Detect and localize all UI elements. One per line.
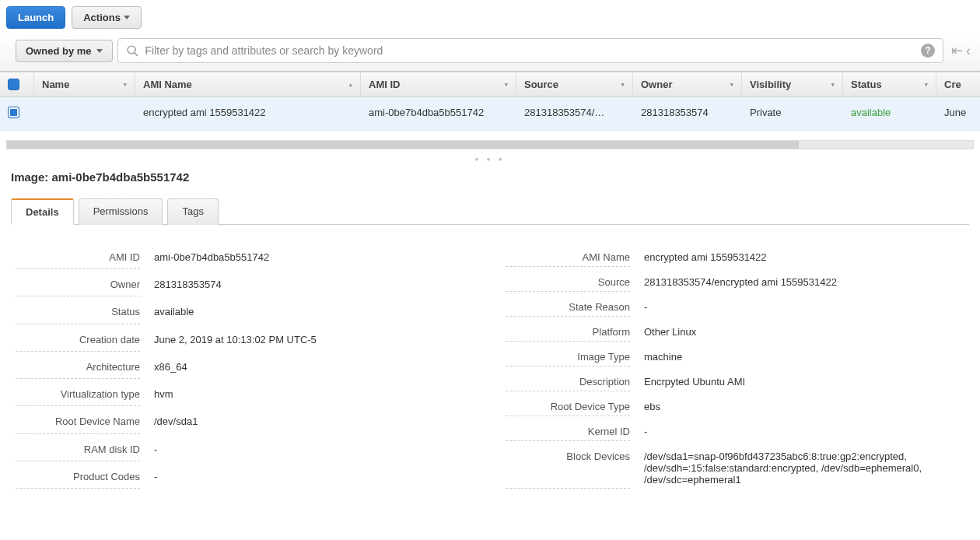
column-visibility[interactable]: Visibility▾: [742, 72, 843, 96]
label-architecture: Architecture: [16, 358, 140, 379]
sort-asc-icon: ▴: [349, 82, 352, 87]
page-first-icon[interactable]: ⇤: [951, 42, 963, 59]
sort-icon: ▾: [124, 82, 127, 87]
resize-handle-icon[interactable]: ● ● ●: [0, 154, 980, 164]
cell-name: [34, 97, 135, 130]
label-image-type: Image Type: [506, 348, 630, 366]
value-description: Encrpyted Ubuntu AMI: [644, 373, 964, 391]
value-virtualization-type: hvm: [154, 385, 474, 406]
details-left-column: AMI IDami-0be7b4dba5b551742 Owner2813183…: [16, 248, 474, 489]
sort-icon: ▾: [831, 82, 835, 87]
tab-details[interactable]: Details: [11, 198, 74, 225]
svg-point-0: [128, 46, 135, 54]
label-description: Description: [506, 373, 630, 391]
actions-button[interactable]: Actions: [72, 6, 142, 29]
column-status[interactable]: Status▾: [843, 72, 936, 96]
search-icon: [126, 44, 139, 58]
value-block-devices: /dev/sda1=snap-0f96bfd437235abc6:8:true:…: [644, 447, 964, 489]
column-checkbox[interactable]: [0, 72, 34, 96]
help-icon[interactable]: ?: [921, 44, 935, 58]
search-input[interactable]: [145, 44, 915, 57]
label-block-devices: Block Devices: [506, 447, 630, 489]
cell-ami-name: encrypted ami 1559531422: [135, 97, 361, 130]
column-source[interactable]: Source▾: [516, 72, 633, 96]
value-status: available: [154, 303, 474, 324]
label-platform: Platform: [506, 323, 630, 342]
sort-icon: ▾: [730, 82, 733, 87]
cell-ami-id: ami-0be7b4dba5b551742: [361, 97, 516, 130]
search-container: ?: [117, 38, 943, 63]
label-virtualization-type: Virtualization type: [16, 385, 140, 406]
sort-icon: ▾: [925, 82, 928, 87]
column-owner[interactable]: Owner▾: [633, 72, 742, 96]
value-platform: Other Linux: [644, 323, 964, 342]
label-product-codes: Product Codes: [16, 468, 140, 489]
label-ami-name: AMI Name: [506, 248, 630, 267]
column-creation[interactable]: Cre: [936, 72, 980, 96]
tabs: Details Permissions Tags: [11, 198, 969, 225]
tab-permissions[interactable]: Permissions: [79, 198, 163, 225]
column-name[interactable]: Name▾: [34, 72, 135, 96]
page-prev-icon[interactable]: ‹: [966, 43, 971, 59]
label-root-device-name: Root Device Name: [16, 412, 140, 433]
scrollbar-thumb[interactable]: [7, 141, 799, 149]
cell-source: 281318353574/…: [516, 97, 633, 130]
details-right-column: AMI Nameencrypted ami 1559531422 Source2…: [506, 248, 964, 489]
cell-visibility: Private: [742, 97, 843, 130]
label-root-device-type: Root Device Type: [506, 398, 630, 416]
value-architecture: x86_64: [154, 358, 474, 379]
pager: ⇤ ‹: [948, 42, 974, 59]
table-header: Name▾ AMI Name▴ AMI ID▾ Source▾ Owner▾ V…: [0, 72, 980, 97]
select-all-checkbox[interactable]: [8, 79, 19, 90]
sort-icon: ▾: [621, 82, 625, 87]
label-state-reason: State Reason: [506, 298, 630, 317]
table-row[interactable]: encrypted ami 1559531422 ami-0be7b4dba5b…: [0, 97, 980, 131]
details-body: AMI IDami-0be7b4dba5b551742 Owner2813183…: [0, 225, 980, 512]
label-kernel-id: Kernel ID: [506, 423, 630, 441]
sort-icon: ▾: [505, 82, 508, 87]
chevron-down-icon: [96, 49, 103, 53]
cell-creation: June: [936, 97, 980, 130]
label-ram-disk-id: RAM disk ID: [16, 440, 140, 461]
value-product-codes: -: [154, 468, 474, 489]
value-ami-id: ami-0be7b4dba5b551742: [154, 248, 474, 269]
filter-bar: Owned by me ? ⇤ ‹: [0, 35, 980, 72]
value-ram-disk-id: -: [154, 440, 474, 461]
label-status: Status: [16, 303, 140, 324]
horizontal-scrollbar[interactable]: [6, 140, 974, 149]
value-creation-date: June 2, 2019 at 10:13:02 PM UTC-5: [154, 331, 474, 352]
column-ami-id[interactable]: AMI ID▾: [361, 72, 516, 96]
value-ami-name: encrypted ami 1559531422: [644, 248, 964, 267]
svg-line-1: [134, 52, 137, 55]
value-image-type: machine: [644, 348, 964, 366]
label-owner: Owner: [16, 275, 140, 296]
details-title: Image: ami-0be7b4dba5b551742: [0, 164, 980, 190]
owned-by-dropdown[interactable]: Owned by me: [16, 40, 113, 62]
value-source: 281318353574/encrypted ami 1559531422: [644, 273, 964, 292]
row-checkbox-cell: [0, 97, 34, 130]
launch-button[interactable]: Launch: [6, 6, 65, 29]
value-root-device-name: /dev/sda1: [154, 412, 474, 433]
value-kernel-id: -: [644, 423, 964, 441]
owned-by-label: Owned by me: [26, 45, 92, 57]
value-root-device-type: ebs: [644, 398, 964, 416]
cell-status: available: [843, 97, 936, 130]
label-ami-id: AMI ID: [16, 248, 140, 269]
toolbar: Launch Actions: [0, 0, 980, 35]
chevron-down-icon: [124, 16, 130, 19]
row-checkbox[interactable]: [8, 107, 19, 118]
label-source: Source: [506, 273, 630, 292]
column-ami-name[interactable]: AMI Name▴: [135, 72, 361, 96]
cell-owner: 281318353574: [633, 97, 742, 130]
value-state-reason: -: [644, 298, 964, 317]
label-creation-date: Creation date: [16, 331, 140, 352]
tab-tags[interactable]: Tags: [167, 198, 218, 225]
actions-label: Actions: [83, 12, 121, 23]
value-owner: 281318353574: [154, 275, 474, 296]
